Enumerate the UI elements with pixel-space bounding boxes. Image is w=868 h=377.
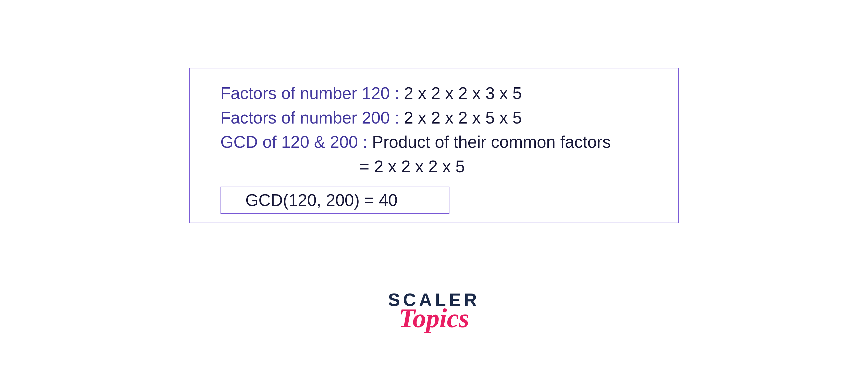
factors-line-200: Factors of number 200 : 2 x 2 x 2 x 5 x … [220, 106, 648, 130]
factors-line-120: Factors of number 120 : 2 x 2 x 2 x 3 x … [220, 81, 648, 106]
gcd-label: GCD of 120 & 200 : [220, 132, 368, 151]
gcd-result-box: GCD(120, 200) = 40 [220, 187, 450, 214]
scaler-topics-logo: SCALER Topics [388, 291, 480, 329]
gcd-definition-line: GCD of 120 & 200 : Product of their comm… [220, 130, 648, 154]
gcd-description: Product of their common factors [368, 132, 611, 151]
gcd-explanation-box: Factors of number 120 : 2 x 2 x 2 x 3 x … [189, 68, 679, 223]
factors-120-value: 2 x 2 x 2 x 3 x 5 [399, 84, 522, 103]
factors-200-label: Factors of number 200 : [220, 108, 399, 127]
gcd-calculation: = 2 x 2 x 2 x 5 [220, 154, 648, 179]
logo-topics-text: Topics [388, 307, 480, 329]
factors-200-value: 2 x 2 x 2 x 5 x 5 [399, 108, 522, 127]
factors-120-label: Factors of number 120 : [220, 84, 399, 103]
